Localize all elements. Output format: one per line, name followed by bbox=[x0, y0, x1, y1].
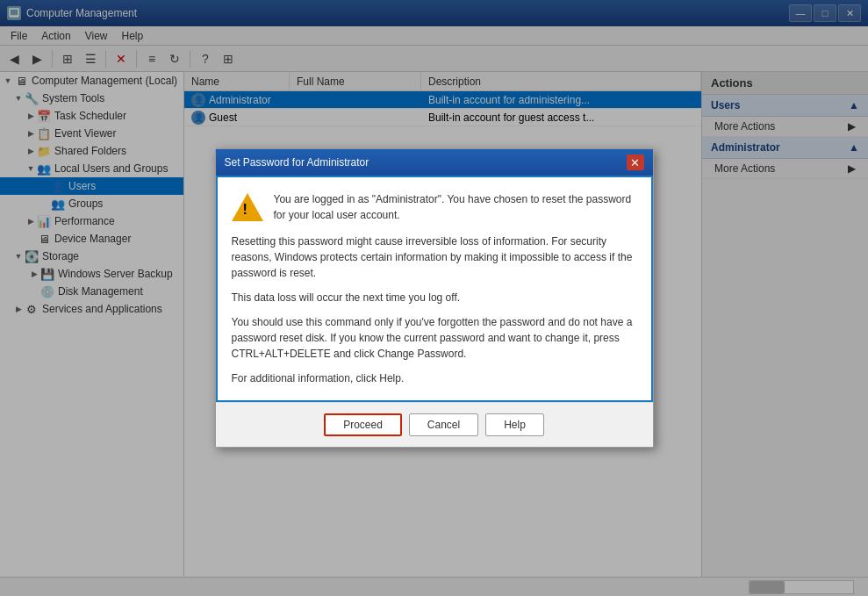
dialog-title: Set Password for Administrator bbox=[225, 156, 369, 169]
set-password-dialog: Set Password for Administrator ✕ You are… bbox=[215, 148, 654, 448]
dialog-text-4: You should use this command only if you'… bbox=[232, 314, 637, 362]
dialog-text-1-container: You are logged in as "Administrator". Yo… bbox=[274, 191, 637, 223]
modal-overlay: Set Password for Administrator ✕ You are… bbox=[0, 0, 868, 596]
dialog-text-1: You are logged in as "Administrator". Yo… bbox=[274, 191, 637, 223]
dialog-body: You are logged in as "Administrator". Yo… bbox=[216, 176, 653, 402]
dialog-text-2: Resetting this password might cause irre… bbox=[232, 233, 637, 281]
cancel-button[interactable]: Cancel bbox=[409, 413, 478, 436]
dialog-close-button[interactable]: ✕ bbox=[627, 154, 644, 170]
help-button[interactable]: Help bbox=[485, 413, 544, 436]
warning-icon bbox=[232, 191, 263, 223]
proceed-button[interactable]: Proceed bbox=[324, 413, 402, 436]
dialog-texts: Resetting this password might cause irre… bbox=[232, 233, 637, 386]
dialog-titlebar: Set Password for Administrator ✕ bbox=[216, 149, 653, 176]
dialog-text-3: This data loss will occur the next time … bbox=[232, 290, 637, 305]
dialog-text-5: For additional information, click Help. bbox=[232, 370, 637, 386]
dialog-warning-row: You are logged in as "Administrator". Yo… bbox=[232, 191, 637, 223]
dialog-buttons: Proceed Cancel Help bbox=[216, 402, 653, 447]
